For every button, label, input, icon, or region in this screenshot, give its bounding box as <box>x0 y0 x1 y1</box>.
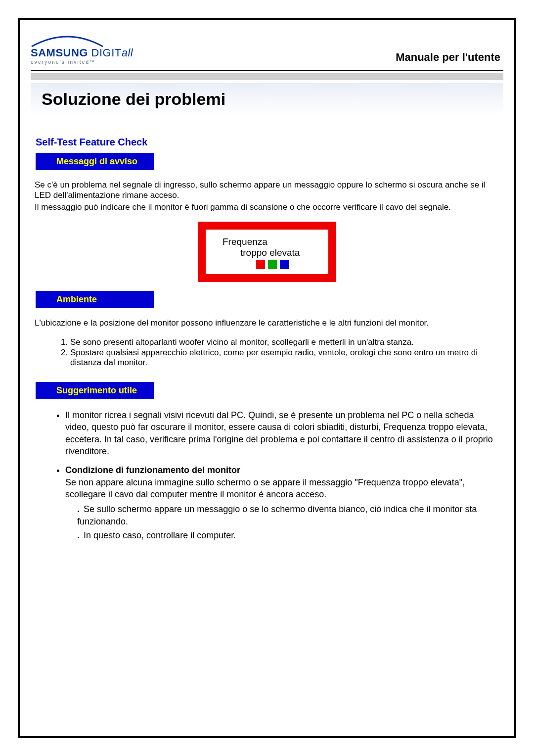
page-title: Soluzione dei problemi <box>42 90 225 109</box>
suggerimento-sublist: Se sullo schermo appare un messaggio o s… <box>77 503 498 541</box>
suggerimento-list: Il monitor ricrea i segnali visivi ricev… <box>65 409 498 541</box>
green-square-icon <box>268 260 277 269</box>
suggerimento-sub-item: Se sullo schermo appare un messaggio o s… <box>77 503 498 527</box>
warning-line2: troppo elevata <box>222 247 323 258</box>
red-square-icon <box>256 260 265 269</box>
logo-tagline: everyone's invited™ <box>31 59 96 65</box>
section-label-selftest: Self-Test Feature Check <box>36 137 503 148</box>
heading-suggerimento: Suggerimento utile <box>36 382 154 399</box>
suggerimento-subtitle: Condizione di funzionamento del monitor <box>65 465 240 475</box>
brand-logo: SAMSUNG DIGITall everyone's invited™ <box>31 34 133 65</box>
rgb-indicator <box>256 260 323 269</box>
divider-thin <box>31 70 503 71</box>
divider-gray <box>31 73 503 80</box>
suggerimento-item-2: Condizione di funzionamento del monitor … <box>65 464 498 541</box>
title-band: Soluzione dei problemi <box>31 83 503 115</box>
heading-ambiente: Ambiente <box>36 291 154 308</box>
header: SAMSUNG DIGITall everyone's invited™ Man… <box>31 34 503 68</box>
logo-brand-suffix: DIGIT <box>88 47 122 59</box>
blue-square-icon <box>280 260 289 269</box>
ambiente-list-item: Se sono presenti altoparlanti woofer vic… <box>70 337 498 348</box>
logo-brand-strong: SAMSUNG <box>31 47 88 59</box>
messaggi-para-1: Se c'è un problema nel segnale di ingres… <box>35 180 499 200</box>
logo-text: SAMSUNG DIGITall <box>31 47 133 58</box>
warning-line1: Frequenza <box>222 236 323 247</box>
logo-brand-ital: all <box>122 47 134 59</box>
suggerimento-item-1: Il monitor ricrea i segnali visivi ricev… <box>65 409 498 457</box>
logo-arc-icon <box>31 34 104 47</box>
suggerimento-body: Se non appare alcuna immagine sullo sche… <box>65 477 465 499</box>
suggerimento-sub-item: In questo caso, controllare il computer. <box>77 529 498 541</box>
messaggi-para-2: Il messaggio può indicare che il monitor… <box>35 202 499 213</box>
heading-messaggi: Messaggi di avviso <box>36 153 154 170</box>
ambiente-list: Se sono presenti altoparlanti woofer vic… <box>70 337 498 368</box>
ambiente-para: L'ubicazione e la posizione del monitor … <box>35 318 499 329</box>
warning-box: Frequenza troppo elevata <box>198 222 336 282</box>
header-title: Manuale per l'utente <box>396 51 503 64</box>
ambiente-list-item: Spostare qualsiasi apparecchio elettrico… <box>70 348 498 368</box>
